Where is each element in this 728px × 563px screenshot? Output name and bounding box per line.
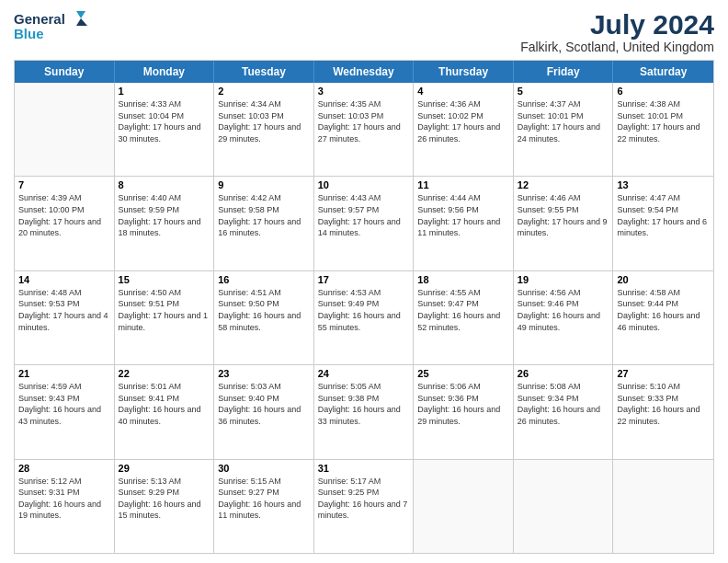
day-number: 29 xyxy=(119,463,210,474)
header-day-sunday: Sunday xyxy=(15,61,115,83)
cell-info: Sunrise: 5:05 AMSunset: 9:38 PMDaylight:… xyxy=(318,381,410,427)
day-number: 30 xyxy=(218,463,310,474)
day-number: 26 xyxy=(518,368,609,379)
cell-info: Sunrise: 4:51 AMSunset: 9:50 PMDaylight:… xyxy=(218,287,310,333)
cell-info: Sunrise: 5:06 AMSunset: 9:36 PMDaylight:… xyxy=(417,381,509,427)
calendar-cell: 5Sunrise: 4:37 AMSunset: 10:01 PMDayligh… xyxy=(514,83,614,176)
day-number: 21 xyxy=(18,368,110,379)
cell-info: Sunrise: 4:43 AMSunset: 9:57 PMDaylight:… xyxy=(318,192,410,238)
header-day-friday: Friday xyxy=(514,61,614,83)
calendar-cell: 20Sunrise: 4:58 AMSunset: 9:44 PMDayligh… xyxy=(613,271,713,364)
cell-info: Sunrise: 4:42 AMSunset: 9:58 PMDaylight:… xyxy=(218,192,310,238)
calendar-cell: 9Sunrise: 4:42 AMSunset: 9:58 PMDaylight… xyxy=(214,177,314,270)
calendar-cell xyxy=(414,460,514,553)
cell-info: Sunrise: 5:03 AMSunset: 9:40 PMDaylight:… xyxy=(218,381,310,427)
calendar-row-2: 14Sunrise: 4:48 AMSunset: 9:53 PMDayligh… xyxy=(15,270,713,364)
cell-info: Sunrise: 4:47 AMSunset: 9:54 PMDaylight:… xyxy=(617,192,710,238)
calendar-cell: 3Sunrise: 4:35 AMSunset: 10:03 PMDayligh… xyxy=(314,83,415,176)
calendar-cell: 26Sunrise: 5:08 AMSunset: 9:34 PMDayligh… xyxy=(514,365,614,458)
calendar-cell: 4Sunrise: 4:36 AMSunset: 10:02 PMDayligh… xyxy=(414,83,514,176)
day-number: 25 xyxy=(417,368,509,379)
day-number: 14 xyxy=(18,274,110,285)
calendar-cell: 15Sunrise: 4:50 AMSunset: 9:51 PMDayligh… xyxy=(115,271,215,364)
calendar-row-0: 1Sunrise: 4:33 AMSunset: 10:04 PMDayligh… xyxy=(15,83,713,176)
cell-info: Sunrise: 4:50 AMSunset: 9:51 PMDaylight:… xyxy=(119,287,210,333)
day-number: 4 xyxy=(417,86,509,97)
day-number: 24 xyxy=(318,368,410,379)
cell-info: Sunrise: 5:08 AMSunset: 9:34 PMDaylight:… xyxy=(518,381,609,427)
logo: General Blue xyxy=(14,9,92,48)
calendar-cell: 25Sunrise: 5:06 AMSunset: 9:36 PMDayligh… xyxy=(414,365,514,458)
calendar-cell: 12Sunrise: 4:46 AMSunset: 9:55 PMDayligh… xyxy=(514,177,614,270)
calendar-cell: 14Sunrise: 4:48 AMSunset: 9:53 PMDayligh… xyxy=(15,271,115,364)
calendar-page: General Blue July 2024 Falkirk, Scotland… xyxy=(0,0,728,563)
cell-info: Sunrise: 5:10 AMSunset: 9:33 PMDaylight:… xyxy=(617,381,710,427)
page-header: General Blue July 2024 Falkirk, Scotland… xyxy=(14,9,714,54)
calendar-cell: 22Sunrise: 5:01 AMSunset: 9:41 PMDayligh… xyxy=(115,365,215,458)
day-number: 22 xyxy=(119,368,210,379)
cell-info: Sunrise: 5:17 AMSunset: 9:25 PMDaylight:… xyxy=(318,476,410,522)
calendar-cell: 17Sunrise: 4:53 AMSunset: 9:49 PMDayligh… xyxy=(314,271,415,364)
cell-info: Sunrise: 4:34 AMSunset: 10:03 PMDaylight… xyxy=(218,98,310,144)
cell-info: Sunrise: 4:46 AMSunset: 9:55 PMDaylight:… xyxy=(518,192,609,238)
cell-info: Sunrise: 4:58 AMSunset: 9:44 PMDaylight:… xyxy=(617,287,710,333)
cell-info: Sunrise: 4:55 AMSunset: 9:47 PMDaylight:… xyxy=(417,287,509,333)
calendar-cell: 31Sunrise: 5:17 AMSunset: 9:25 PMDayligh… xyxy=(314,460,415,553)
day-number: 9 xyxy=(218,179,310,190)
cell-info: Sunrise: 5:01 AMSunset: 9:41 PMDaylight:… xyxy=(119,381,210,427)
day-number: 10 xyxy=(318,179,410,190)
cell-info: Sunrise: 4:35 AMSunset: 10:03 PMDaylight… xyxy=(318,98,410,144)
calendar-cell: 19Sunrise: 4:56 AMSunset: 9:46 PMDayligh… xyxy=(514,271,614,364)
calendar-cell: 18Sunrise: 4:55 AMSunset: 9:47 PMDayligh… xyxy=(414,271,514,364)
day-number: 3 xyxy=(318,86,410,97)
header-day-monday: Monday xyxy=(115,61,215,83)
cell-info: Sunrise: 4:59 AMSunset: 9:43 PMDaylight:… xyxy=(18,381,110,427)
day-number: 31 xyxy=(318,463,410,474)
cell-info: Sunrise: 5:15 AMSunset: 9:27 PMDaylight:… xyxy=(218,476,310,522)
svg-text:Blue: Blue xyxy=(14,26,44,41)
day-number: 18 xyxy=(417,274,509,285)
calendar-cell: 29Sunrise: 5:13 AMSunset: 9:29 PMDayligh… xyxy=(115,460,215,553)
day-number: 11 xyxy=(417,179,509,190)
calendar-cell: 28Sunrise: 5:12 AMSunset: 9:31 PMDayligh… xyxy=(15,460,115,553)
day-number: 23 xyxy=(218,368,310,379)
cell-info: Sunrise: 5:12 AMSunset: 9:31 PMDaylight:… xyxy=(18,476,110,522)
calendar-cell: 30Sunrise: 5:15 AMSunset: 9:27 PMDayligh… xyxy=(214,460,314,553)
svg-text:General: General xyxy=(14,11,65,27)
day-number: 8 xyxy=(119,179,210,190)
day-number: 13 xyxy=(617,179,710,190)
day-number: 27 xyxy=(617,368,710,379)
header-day-thursday: Thursday xyxy=(414,61,514,83)
day-number: 5 xyxy=(518,86,609,97)
cell-info: Sunrise: 4:33 AMSunset: 10:04 PMDaylight… xyxy=(119,98,210,144)
cell-info: Sunrise: 4:37 AMSunset: 10:01 PMDaylight… xyxy=(518,98,609,144)
calendar-cell: 13Sunrise: 4:47 AMSunset: 9:54 PMDayligh… xyxy=(613,177,713,270)
calendar-grid: SundayMondayTuesdayWednesdayThursdayFrid… xyxy=(14,60,714,554)
calendar-cell xyxy=(514,460,614,553)
day-number: 19 xyxy=(518,274,609,285)
cell-info: Sunrise: 4:36 AMSunset: 10:02 PMDaylight… xyxy=(417,98,509,144)
day-number: 16 xyxy=(218,274,310,285)
month-year-title: July 2024 xyxy=(520,9,714,40)
logo-graphic: General Blue xyxy=(14,9,92,48)
day-number: 2 xyxy=(218,86,310,97)
cell-info: Sunrise: 4:56 AMSunset: 9:46 PMDaylight:… xyxy=(518,287,609,333)
cell-info: Sunrise: 4:38 AMSunset: 10:01 PMDaylight… xyxy=(617,98,710,144)
calendar-cell: 27Sunrise: 5:10 AMSunset: 9:33 PMDayligh… xyxy=(613,365,713,458)
day-number: 20 xyxy=(617,274,710,285)
day-number: 1 xyxy=(119,86,210,97)
calendar-body: 1Sunrise: 4:33 AMSunset: 10:04 PMDayligh… xyxy=(15,83,713,553)
calendar-cell xyxy=(15,83,115,176)
calendar-cell: 2Sunrise: 4:34 AMSunset: 10:03 PMDayligh… xyxy=(214,83,314,176)
calendar-cell: 11Sunrise: 4:44 AMSunset: 9:56 PMDayligh… xyxy=(414,177,514,270)
calendar-cell: 6Sunrise: 4:38 AMSunset: 10:01 PMDayligh… xyxy=(613,83,713,176)
cell-info: Sunrise: 4:40 AMSunset: 9:59 PMDaylight:… xyxy=(119,192,210,238)
header-day-saturday: Saturday xyxy=(613,61,713,83)
svg-marker-2 xyxy=(76,11,85,18)
day-number: 6 xyxy=(617,86,710,97)
day-number: 15 xyxy=(119,274,210,285)
calendar-cell: 8Sunrise: 4:40 AMSunset: 9:59 PMDaylight… xyxy=(115,177,215,270)
cell-info: Sunrise: 4:48 AMSunset: 9:53 PMDaylight:… xyxy=(18,287,110,333)
calendar-row-4: 28Sunrise: 5:12 AMSunset: 9:31 PMDayligh… xyxy=(15,459,713,553)
location-subtitle: Falkirk, Scotland, United Kingdom xyxy=(520,40,714,54)
